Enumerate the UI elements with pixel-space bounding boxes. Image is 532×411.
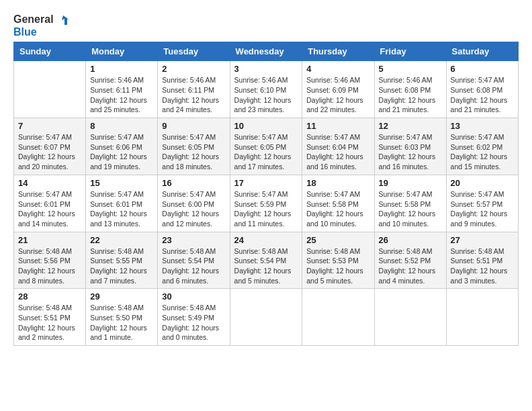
logo-container: General Blue [13, 13, 70, 38]
header-wednesday: Wednesday [230, 42, 302, 61]
day-info: Sunrise: 5:47 AMSunset: 5:59 PMDaylight:… [234, 189, 298, 229]
day-number: 23 [162, 235, 225, 245]
day-info: Sunrise: 5:47 AMSunset: 6:04 PMDaylight:… [306, 132, 369, 172]
logo: General Blue [13, 13, 70, 38]
day-info: Sunrise: 5:47 AMSunset: 5:58 PMDaylight:… [379, 189, 442, 229]
day-cell: 11Sunrise: 5:47 AMSunset: 6:04 PMDayligh… [302, 118, 374, 175]
day-number: 15 [90, 178, 153, 188]
day-number: 4 [306, 64, 369, 74]
day-info: Sunrise: 5:48 AMSunset: 5:56 PMDaylight:… [18, 246, 81, 286]
day-info: Sunrise: 5:47 AMSunset: 6:05 PMDaylight:… [162, 132, 225, 172]
day-cell: 10Sunrise: 5:47 AMSunset: 6:05 PMDayligh… [230, 118, 302, 175]
day-cell: 13Sunrise: 5:47 AMSunset: 6:02 PMDayligh… [446, 118, 518, 175]
day-number: 20 [451, 178, 514, 188]
day-cell: 18Sunrise: 5:47 AMSunset: 5:58 PMDayligh… [302, 175, 374, 232]
header-sunday: Sunday [14, 42, 86, 61]
day-info: Sunrise: 5:48 AMSunset: 5:55 PMDaylight:… [90, 246, 153, 286]
day-cell: 19Sunrise: 5:47 AMSunset: 5:58 PMDayligh… [374, 175, 446, 232]
day-cell: 16Sunrise: 5:47 AMSunset: 6:00 PMDayligh… [158, 175, 230, 232]
day-cell: 8Sunrise: 5:47 AMSunset: 6:06 PMDaylight… [86, 118, 158, 175]
day-cell: 27Sunrise: 5:48 AMSunset: 5:51 PMDayligh… [446, 232, 518, 289]
day-cell [230, 289, 302, 346]
day-info: Sunrise: 5:46 AMSunset: 6:10 PMDaylight:… [234, 75, 298, 115]
day-number: 8 [90, 121, 153, 131]
day-cell: 15Sunrise: 5:47 AMSunset: 6:01 PMDayligh… [86, 175, 158, 232]
svg-marker-0 [62, 15, 70, 25]
header-thursday: Thursday [302, 42, 374, 61]
day-cell: 26Sunrise: 5:48 AMSunset: 5:52 PMDayligh… [374, 232, 446, 289]
day-info: Sunrise: 5:47 AMSunset: 6:01 PMDaylight:… [90, 189, 153, 229]
day-cell [374, 289, 446, 346]
page-header: General Blue [13, 13, 519, 38]
day-info: Sunrise: 5:48 AMSunset: 5:53 PMDaylight:… [306, 246, 369, 286]
day-info: Sunrise: 5:48 AMSunset: 5:51 PMDaylight:… [451, 246, 514, 286]
day-number: 29 [90, 291, 153, 302]
day-info: Sunrise: 5:47 AMSunset: 5:57 PMDaylight:… [451, 189, 514, 229]
day-info: Sunrise: 5:47 AMSunset: 6:03 PMDaylight:… [379, 132, 442, 172]
day-cell: 25Sunrise: 5:48 AMSunset: 5:53 PMDayligh… [302, 232, 374, 289]
day-number: 27 [451, 235, 514, 245]
day-number: 13 [451, 121, 514, 131]
day-number: 19 [379, 178, 442, 188]
day-info: Sunrise: 5:46 AMSunset: 6:11 PMDaylight:… [90, 75, 153, 115]
day-info: Sunrise: 5:48 AMSunset: 5:54 PMDaylight:… [162, 246, 225, 286]
day-info: Sunrise: 5:47 AMSunset: 6:07 PMDaylight:… [18, 132, 81, 172]
logo-blue: Blue [13, 26, 70, 38]
day-number: 17 [234, 178, 298, 188]
day-cell: 5Sunrise: 5:46 AMSunset: 6:08 PMDaylight… [374, 61, 446, 118]
header-saturday: Saturday [446, 42, 518, 61]
day-number: 22 [90, 235, 153, 245]
week-row-4: 21Sunrise: 5:48 AMSunset: 5:56 PMDayligh… [14, 232, 519, 289]
day-info: Sunrise: 5:46 AMSunset: 6:09 PMDaylight:… [306, 75, 369, 115]
day-cell: 28Sunrise: 5:48 AMSunset: 5:51 PMDayligh… [14, 289, 86, 346]
day-info: Sunrise: 5:47 AMSunset: 6:01 PMDaylight:… [18, 189, 81, 229]
day-number: 25 [306, 235, 369, 245]
day-info: Sunrise: 5:47 AMSunset: 6:05 PMDaylight:… [234, 132, 298, 172]
day-cell: 14Sunrise: 5:47 AMSunset: 6:01 PMDayligh… [14, 175, 86, 232]
day-number: 26 [379, 235, 442, 245]
day-number: 10 [234, 121, 298, 131]
day-cell: 23Sunrise: 5:48 AMSunset: 5:54 PMDayligh… [158, 232, 230, 289]
day-cell: 3Sunrise: 5:46 AMSunset: 6:10 PMDaylight… [230, 61, 302, 118]
day-cell [446, 289, 518, 346]
day-info: Sunrise: 5:47 AMSunset: 6:08 PMDaylight:… [451, 75, 514, 115]
day-number: 24 [234, 235, 298, 245]
day-number: 14 [18, 178, 81, 188]
day-info: Sunrise: 5:46 AMSunset: 6:08 PMDaylight:… [379, 75, 442, 115]
day-number: 11 [306, 121, 369, 131]
day-number: 30 [162, 291, 225, 302]
logo-bird-icon [58, 14, 70, 26]
week-row-2: 7Sunrise: 5:47 AMSunset: 6:07 PMDaylight… [14, 118, 519, 175]
day-cell: 12Sunrise: 5:47 AMSunset: 6:03 PMDayligh… [374, 118, 446, 175]
header-monday: Monday [86, 42, 158, 61]
day-cell: 6Sunrise: 5:47 AMSunset: 6:08 PMDaylight… [446, 61, 518, 118]
day-cell: 24Sunrise: 5:48 AMSunset: 5:54 PMDayligh… [230, 232, 302, 289]
day-info: Sunrise: 5:48 AMSunset: 5:49 PMDaylight:… [162, 303, 225, 342]
day-cell: 30Sunrise: 5:48 AMSunset: 5:49 PMDayligh… [158, 289, 230, 346]
day-number: 7 [18, 121, 81, 131]
day-number: 16 [162, 178, 225, 188]
day-cell [302, 289, 374, 346]
day-cell: 7Sunrise: 5:47 AMSunset: 6:07 PMDaylight… [14, 118, 86, 175]
day-cell [14, 61, 86, 118]
day-info: Sunrise: 5:47 AMSunset: 6:02 PMDaylight:… [451, 132, 514, 172]
day-cell: 21Sunrise: 5:48 AMSunset: 5:56 PMDayligh… [14, 232, 86, 289]
day-number: 18 [306, 178, 369, 188]
day-number: 9 [162, 121, 225, 131]
day-info: Sunrise: 5:48 AMSunset: 5:51 PMDaylight:… [18, 303, 81, 342]
day-info: Sunrise: 5:48 AMSunset: 5:54 PMDaylight:… [234, 246, 298, 286]
day-number: 5 [379, 64, 442, 74]
day-info: Sunrise: 5:48 AMSunset: 5:50 PMDaylight:… [90, 303, 153, 342]
day-cell: 4Sunrise: 5:46 AMSunset: 6:09 PMDaylight… [302, 61, 374, 118]
day-number: 2 [162, 64, 225, 74]
header-row: SundayMondayTuesdayWednesdayThursdayFrid… [14, 42, 519, 61]
week-row-3: 14Sunrise: 5:47 AMSunset: 6:01 PMDayligh… [14, 175, 519, 232]
day-info: Sunrise: 5:47 AMSunset: 5:58 PMDaylight:… [306, 189, 369, 229]
day-number: 21 [18, 235, 81, 245]
day-info: Sunrise: 5:46 AMSunset: 6:11 PMDaylight:… [162, 75, 225, 115]
day-info: Sunrise: 5:47 AMSunset: 6:00 PMDaylight:… [162, 189, 225, 229]
header-friday: Friday [374, 42, 446, 61]
header-tuesday: Tuesday [158, 42, 230, 61]
day-info: Sunrise: 5:47 AMSunset: 6:06 PMDaylight:… [90, 132, 153, 172]
day-info: Sunrise: 5:48 AMSunset: 5:52 PMDaylight:… [379, 246, 442, 286]
